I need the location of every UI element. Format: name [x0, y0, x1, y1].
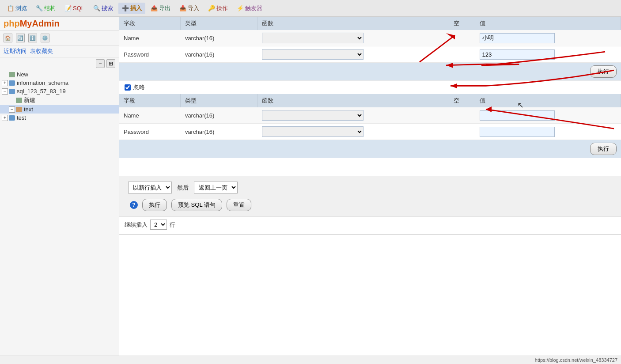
collapse-btn[interactable]: − — [96, 59, 105, 68]
form1-field-password: Password — [119, 46, 181, 63]
form1-null-name — [449, 30, 475, 46]
structure-icon: 🔧 — [36, 5, 43, 11]
form1-type-name: varchar(16) — [181, 30, 257, 46]
sidebar-item-xinjian[interactable]: 新建 — [0, 95, 119, 105]
form1-value-input-name[interactable] — [480, 33, 555, 43]
content-wrapper: 字段 类型 函数 空 值 Name varchar(16) — [119, 17, 621, 356]
form2-type-password: varchar(16) — [181, 124, 257, 140]
sidebar-item-information-schema[interactable]: + information_schema — [0, 79, 119, 87]
bookmarks-link[interactable]: 表收藏夹 — [30, 47, 53, 55]
information-schema-label: information_schema — [17, 80, 68, 86]
header-null-2: 空 — [449, 94, 475, 107]
sidebar: phpMyAdmin 🏠 🔄 ℹ️ ⚙️ 近期访问 表收藏夹 − ⊞ New + — [0, 17, 119, 356]
form2-func-select-name[interactable] — [262, 110, 364, 121]
form2-row-password: Password varchar(16) — [119, 124, 621, 140]
form1-execute-button[interactable]: 执行 — [590, 65, 617, 78]
settings-icon-btn[interactable]: ⚙️ — [41, 34, 49, 42]
header-func-2: 函数 — [257, 94, 449, 107]
header-type-1: 类型 — [181, 17, 257, 30]
tab-sql[interactable]: 📝 SQL — [61, 3, 88, 13]
insert-form-1: 字段 类型 函数 空 值 Name varchar(16) — [119, 17, 621, 81]
tab-triggers[interactable]: ⚡ 触发器 — [233, 3, 266, 14]
form2-func-name — [257, 107, 449, 124]
operations-icon: 🔑 — [208, 5, 215, 11]
tab-operations[interactable]: 🔑 操作 — [204, 3, 231, 14]
after-insert-select[interactable]: 返回上一页 返回列表 插入另一行 — [194, 182, 238, 193]
link-btn[interactable]: ⊞ — [106, 59, 115, 68]
preview-sql-button[interactable]: 预览 SQL 语句 — [171, 199, 222, 211]
sidebar-item-new[interactable]: New — [0, 70, 119, 79]
continue-insert-row: 继续插入 1 2 3 4 5 行 — [119, 216, 621, 232]
spacer-area — [119, 158, 621, 176]
form2-func-password — [257, 124, 449, 140]
sidebar-item-test[interactable]: + test — [0, 114, 119, 122]
sidebar-item-text[interactable]: − text — [0, 105, 119, 114]
expand-test[interactable]: + — [2, 115, 8, 121]
form1-func-select-password[interactable] — [262, 49, 364, 60]
continue-label-after: 行 — [170, 221, 175, 229]
form2-execute-button[interactable]: 执行 — [590, 143, 617, 155]
ignore-checkbox[interactable] — [125, 84, 131, 91]
text-table-label: text — [24, 106, 33, 113]
form1-func-select-name[interactable] — [262, 33, 364, 43]
tab-structure[interactable]: 🔧 结构 — [32, 3, 59, 14]
form2-value-name — [475, 107, 621, 124]
db-icon-test — [9, 115, 15, 121]
form1-execute-cell: 执行 — [119, 63, 621, 81]
db-icon-information-schema — [9, 80, 15, 86]
app-logo: phpMyAdmin — [4, 19, 60, 28]
execute-main-button[interactable]: 执行 — [142, 199, 167, 211]
sql-icon: 📝 — [64, 5, 72, 11]
tab-browse[interactable]: 📋 浏览 — [4, 3, 30, 14]
bottom-bar-row1: 以新行插入 以更新插入 然后 返回上一页 返回列表 插入另一行 — [128, 182, 612, 193]
form1-value-input-password[interactable] — [480, 49, 555, 60]
header-value-1: 值 — [475, 17, 621, 30]
home-icon-btn[interactable]: 🏠 — [4, 34, 12, 42]
tab-export[interactable]: 📤 导出 — [147, 3, 174, 14]
insert-mode-select[interactable]: 以新行插入 以更新插入 — [128, 182, 172, 193]
tab-import[interactable]: 📥 导入 — [176, 3, 203, 14]
header-value-2: 值 — [475, 94, 621, 107]
sidebar-nav: 近期访问 表收藏夹 — [0, 46, 119, 57]
sidebar-item-sql123[interactable]: − sql_123_57_83_19 — [0, 87, 119, 95]
form2-value-input-name[interactable] — [480, 110, 555, 121]
bottom-divider — [119, 234, 621, 235]
continue-count-select[interactable]: 1 2 3 4 5 — [150, 220, 167, 230]
new-db-icon — [9, 72, 15, 77]
expand-text[interactable]: − — [9, 106, 15, 113]
form1-type-password: varchar(16) — [181, 46, 257, 63]
expand-information-schema[interactable]: + — [2, 80, 8, 86]
form2-value-password — [475, 124, 621, 140]
table-icon-text — [16, 107, 22, 112]
form2-field-name: Name — [119, 107, 181, 124]
reload-icon-btn[interactable]: 🔄 — [16, 34, 25, 42]
form2-null-name — [449, 107, 475, 124]
footer-url: https://blog.csdn.net/weixin_48334727 — [535, 357, 617, 363]
form2-execute-row: 执行 — [119, 140, 621, 158]
main-toolbar: 📋 浏览 🔧 结构 📝 SQL 🔍 搜索 ➕ 插入 📤 导出 📥 导入 🔑 操作… — [0, 0, 621, 17]
form2-type-name: varchar(16) — [181, 107, 257, 124]
xinjian-label: 新建 — [24, 96, 35, 104]
ignore-checkbox-row: 忽略 — [119, 81, 621, 94]
import-icon: 📥 — [179, 5, 186, 11]
sidebar-icons-row: 🏠 🔄 ℹ️ ⚙️ — [0, 31, 119, 46]
logo-area: phpMyAdmin — [0, 17, 119, 31]
browse-icon: 📋 — [7, 5, 14, 11]
form1-value-password — [475, 46, 621, 63]
form2-func-select-password[interactable] — [262, 126, 364, 137]
form1-execute-row: 执行 — [119, 63, 621, 81]
db-icon-sql123 — [9, 89, 15, 94]
form2-row-name: Name varchar(16) — [119, 107, 621, 124]
export-icon: 📤 — [151, 5, 158, 11]
info-icon-btn[interactable]: ℹ️ — [28, 34, 37, 42]
recent-visits-link[interactable]: 近期访问 — [4, 47, 27, 55]
tab-search[interactable]: 🔍 搜索 — [90, 3, 117, 14]
form2-value-input-password[interactable] — [480, 127, 555, 137]
tab-insert[interactable]: ➕ 插入 — [118, 3, 145, 14]
reset-button[interactable]: 重置 — [227, 199, 251, 211]
help-icon[interactable]: ? — [130, 201, 138, 209]
header-func-1: 函数 — [257, 17, 449, 30]
test-label: test — [17, 114, 26, 121]
footer: https://blog.csdn.net/weixin_48334727 — [0, 356, 621, 364]
expand-sql123[interactable]: − — [2, 88, 8, 95]
